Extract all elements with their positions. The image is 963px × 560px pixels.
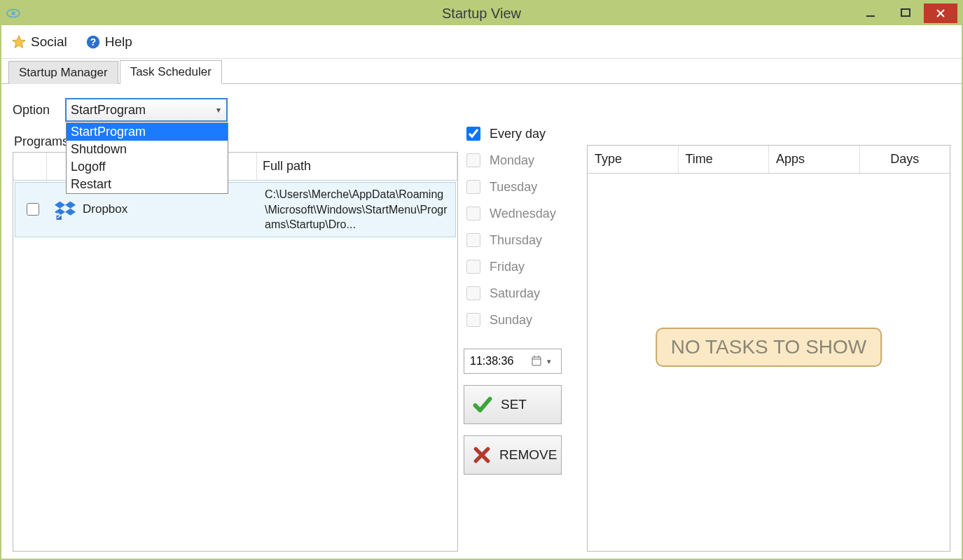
checkbox-tuesday[interactable] [466, 180, 480, 194]
label-thursday: Thursday [490, 233, 542, 248]
app-icon-eye [6, 6, 21, 21]
remove-button-label: REMOVE [499, 447, 557, 463]
dropbox-icon [55, 199, 76, 220]
no-tasks-tooltip: NO TASKS TO SHOW [656, 328, 882, 367]
checkbox-monday[interactable] [466, 153, 480, 167]
col-time: Time [679, 146, 770, 173]
day-sunday[interactable]: Sunday [464, 307, 576, 333]
program-path: C:\Users\Merche\AppData\Roaming\Microsof… [259, 183, 455, 237]
menu-social-label: Social [31, 34, 67, 50]
day-monday[interactable]: Monday [464, 147, 576, 174]
label-friday: Friday [490, 260, 525, 274]
star-icon [11, 34, 27, 50]
label-tuesday: Tuesday [490, 180, 537, 195]
window-controls [852, 4, 957, 23]
label-every-day: Every day [490, 127, 546, 141]
label-sunday: Sunday [490, 313, 532, 328]
option-item-startprogram[interactable]: StartProgram [67, 123, 228, 141]
program-name: Dropbox [83, 202, 127, 216]
chevron-down-icon: ▾ [216, 105, 221, 115]
checkbox-thursday[interactable] [466, 233, 480, 247]
chevron-down-icon[interactable]: ▾ [547, 357, 551, 366]
day-tuesday[interactable]: Tuesday [464, 174, 576, 200]
checkbox-sunday[interactable] [466, 313, 480, 327]
content-area: Option StartProgram ▾ StartProgram Shutd… [1, 84, 962, 559]
schedule-panel: Every day Monday Tuesday Wednesday Thurs… [464, 98, 576, 552]
close-button[interactable] [924, 4, 957, 23]
set-button-label: SET [501, 397, 527, 412]
option-item-logoff[interactable]: Logoff [67, 158, 228, 176]
label-saturday: Saturday [490, 286, 540, 301]
option-item-restart[interactable]: Restart [67, 176, 228, 193]
menu-help-label: Help [105, 34, 132, 50]
label-monday: Monday [490, 153, 534, 168]
svg-text:?: ? [90, 36, 96, 47]
menu-social[interactable]: Social [11, 34, 67, 50]
option-row: Option StartProgram ▾ StartProgram Shutd… [13, 98, 458, 122]
remove-button[interactable]: REMOVE [464, 435, 562, 475]
svg-point-1 [11, 11, 15, 15]
option-dropdown[interactable]: StartProgram ▾ StartProgram Shutdown Log… [65, 98, 228, 122]
left-panel: Option StartProgram ▾ StartProgram Shutd… [13, 98, 458, 552]
col-type: Type [588, 146, 679, 173]
day-wednesday[interactable]: Wednesday [464, 200, 576, 227]
option-item-shutdown[interactable]: Shutdown [67, 141, 228, 158]
check-icon [473, 395, 492, 414]
time-input[interactable] [469, 354, 527, 368]
checkbox-friday[interactable] [466, 260, 480, 274]
maximize-button[interactable] [889, 4, 922, 23]
col-apps: Apps [769, 146, 860, 173]
tab-task-scheduler[interactable]: Task Scheduler [120, 60, 222, 84]
option-dropdown-list: StartProgram Shutdown Logoff Restart [66, 122, 228, 194]
tasks-table-header: Type Time Apps Days [588, 146, 950, 174]
checkbox-saturday[interactable] [466, 286, 480, 300]
day-everyday[interactable]: Every day [464, 120, 576, 147]
help-icon: ? [85, 34, 101, 50]
col-checkbox [13, 153, 47, 180]
menubar: Social ? Help [1, 25, 962, 59]
svg-rect-3 [901, 9, 910, 16]
program-row-checkbox[interactable] [27, 203, 39, 216]
tab-bar: Startup Manager Task Scheduler [1, 59, 962, 84]
calendar-icon [532, 356, 543, 367]
app-window: Startup View Social ? Help [0, 0, 963, 560]
day-friday[interactable]: Friday [464, 253, 576, 280]
set-button[interactable]: SET [464, 385, 562, 424]
checkbox-every-day[interactable] [466, 127, 480, 141]
col-days: Days [860, 146, 950, 173]
day-thursday[interactable]: Thursday [464, 227, 576, 253]
option-label: Option [13, 103, 50, 118]
day-saturday[interactable]: Saturday [464, 280, 576, 307]
time-picker[interactable]: ▾ [464, 349, 562, 374]
minimize-button[interactable] [854, 4, 887, 23]
option-selected: StartProgram [71, 103, 146, 118]
tasks-table: Type Time Apps Days NO TASKS TO SHOW [587, 145, 950, 552]
window-title: Startup View [1, 6, 962, 22]
titlebar: Startup View [1, 1, 962, 25]
label-wednesday: Wednesday [490, 206, 556, 221]
programs-table: Full path [13, 152, 458, 552]
svg-rect-7 [532, 357, 541, 365]
menu-help[interactable]: ? Help [85, 34, 132, 50]
tab-startup-manager[interactable]: Startup Manager [8, 61, 118, 84]
checkbox-wednesday[interactable] [466, 206, 480, 220]
col-full-path: Full path [257, 153, 457, 180]
svg-marker-4 [13, 35, 25, 47]
x-icon [473, 446, 491, 464]
